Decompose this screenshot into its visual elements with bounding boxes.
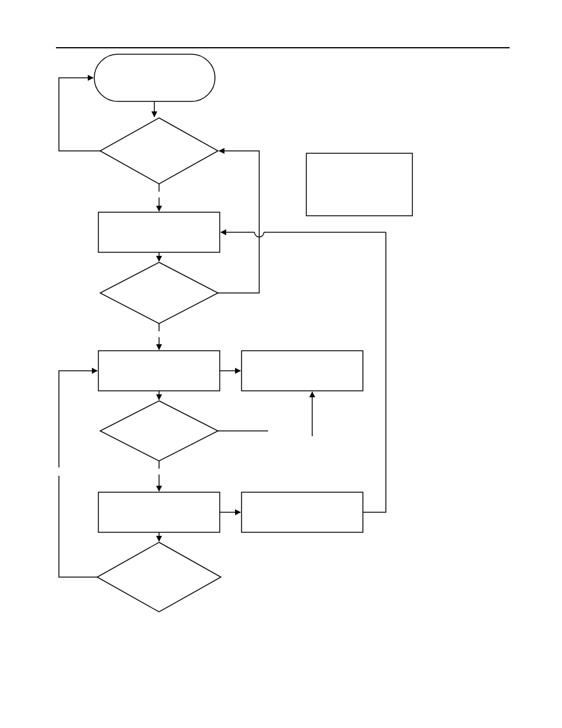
node-decision-3 [100, 401, 218, 461]
edge-d4-left-gap [57, 467, 61, 476]
node-decision-4 [97, 542, 221, 612]
edge-d2-right-loop [218, 151, 259, 293]
node-process-1 [98, 212, 220, 252]
node-start [94, 54, 215, 101]
node-process-2 [98, 351, 220, 391]
svg-rect-3 [98, 492, 220, 532]
node-decision-1 [100, 118, 218, 184]
node-decision-2 [100, 262, 218, 324]
node-side-1 [306, 153, 412, 216]
svg-rect-5 [242, 351, 363, 391]
svg-rect-4 [306, 153, 412, 216]
header-rule [56, 47, 510, 48]
edge-d4-left-loop [59, 371, 97, 577]
flowchart [0, 0, 562, 728]
edge-side3-loop-to-p1 [221, 232, 386, 512]
svg-rect-2 [98, 351, 220, 391]
page [0, 0, 562, 728]
node-process-3 [98, 492, 220, 532]
svg-rect-6 [242, 492, 363, 532]
edge-d1-left-loop [59, 78, 100, 151]
node-side-3 [242, 492, 363, 532]
svg-rect-0 [94, 54, 215, 101]
node-side-2 [242, 351, 363, 391]
svg-rect-1 [98, 212, 220, 252]
